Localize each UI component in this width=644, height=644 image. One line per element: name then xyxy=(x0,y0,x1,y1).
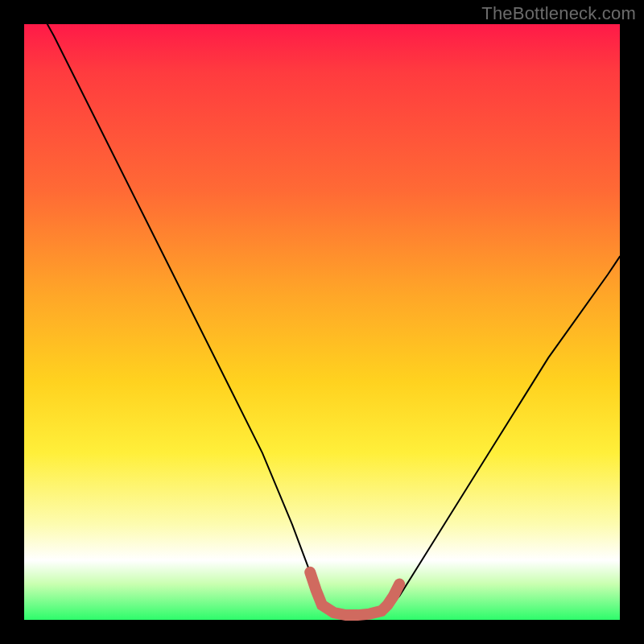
bottleneck-curve xyxy=(24,0,620,617)
watermark-label: TheBottleneck.com xyxy=(481,3,636,24)
curve-layer xyxy=(24,24,620,620)
optimal-range-highlight xyxy=(310,572,399,615)
chart-frame: TheBottleneck.com xyxy=(0,0,644,644)
plot-area xyxy=(24,24,620,620)
